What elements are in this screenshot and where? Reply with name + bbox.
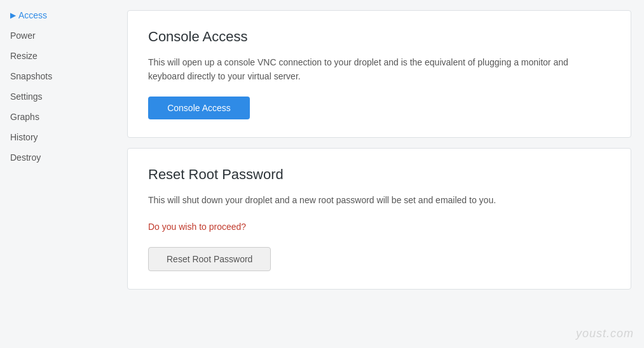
sidebar-item-history[interactable]: History [0, 127, 114, 147]
sidebar-item-power[interactable]: Power [0, 25, 114, 46]
reset-password-card: Reset Root Password This will shut down … [127, 148, 631, 290]
sidebar-item-snapshots[interactable]: Snapshots [0, 66, 114, 86]
sidebar-item-label: History [10, 132, 38, 142]
sidebar-item-destroy[interactable]: Destroy [0, 147, 114, 168]
console-access-card: Console Access This will open up a conso… [127, 10, 631, 138]
sidebar-item-label: Graphs [10, 112, 39, 122]
main-content: Console Access This will open up a conso… [114, 0, 644, 348]
reset-password-description: This will shut down your droplet and a n… [148, 193, 593, 207]
sidebar-item-label: Resize [10, 51, 38, 61]
sidebar-item-label: Power [10, 30, 36, 41]
reset-password-title: Reset Root Password [148, 166, 610, 183]
sidebar: ▶ Access Power Resize Snapshots Settings… [0, 0, 114, 348]
console-access-title: Console Access [148, 29, 610, 45]
chevron-right-icon: ▶ [10, 11, 16, 20]
sidebar-item-label: Destroy [10, 152, 41, 163]
reset-password-warning: Do you wish to proceed? [148, 220, 610, 234]
sidebar-item-label: Settings [10, 91, 43, 102]
sidebar-item-access[interactable]: ▶ Access [0, 5, 114, 25]
sidebar-item-label: Snapshots [10, 71, 52, 81]
console-access-button[interactable]: Console Access [148, 97, 250, 119]
sidebar-item-graphs[interactable]: Graphs [0, 107, 114, 127]
sidebar-item-settings[interactable]: Settings [0, 86, 114, 107]
sidebar-item-resize[interactable]: Resize [0, 46, 114, 66]
console-access-description: This will open up a console VNC connecti… [148, 55, 593, 84]
sidebar-item-label: Access [18, 10, 47, 20]
reset-password-button[interactable]: Reset Root Password [148, 247, 271, 271]
